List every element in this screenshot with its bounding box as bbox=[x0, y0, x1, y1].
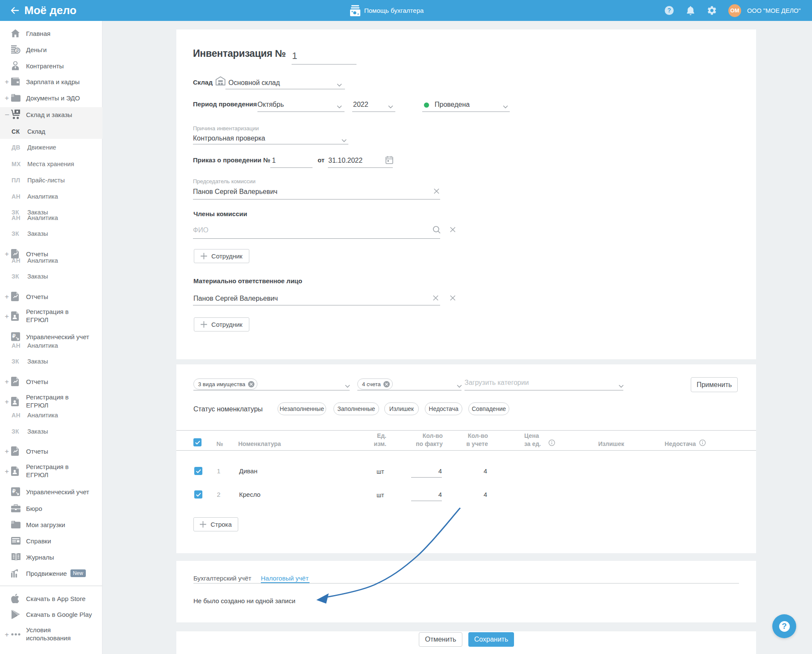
svg-text:₽: ₽ bbox=[12, 333, 16, 339]
svg-text:₽: ₽ bbox=[16, 48, 19, 53]
svg-text:?: ? bbox=[667, 7, 671, 14]
svg-text:₽: ₽ bbox=[12, 488, 16, 494]
